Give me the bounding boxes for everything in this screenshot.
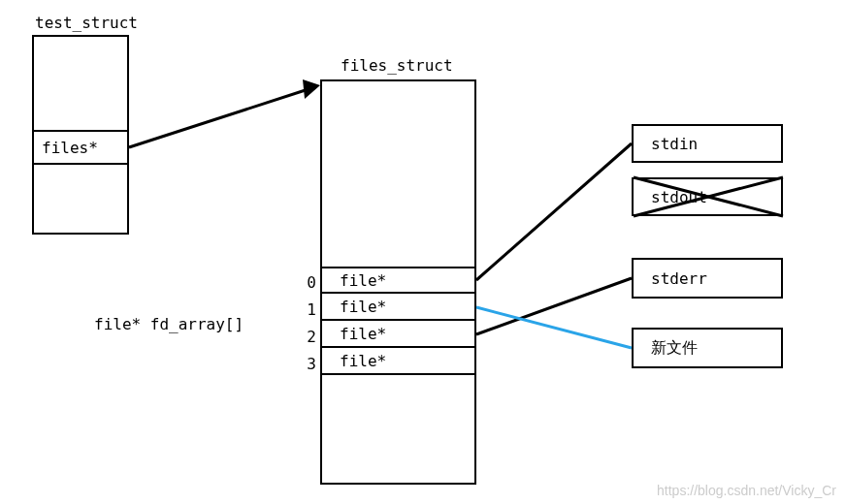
index-0: 0 [297,273,316,292]
svg-marker-1 [303,79,320,99]
fd-entry-0: file* [320,267,476,294]
file-box-stdout: stdout [632,177,783,216]
svg-line-0 [129,87,314,147]
fd-entry-1-label: file* [340,298,386,316]
svg-line-4 [476,307,632,348]
test-struct-title: test_struct [35,14,138,32]
stdout-label: stdout [651,188,707,206]
index-3: 3 [297,355,316,373]
svg-line-3 [476,278,632,334]
file-box-stdin: stdin [632,124,783,163]
stderr-label: stderr [651,269,707,288]
svg-line-2 [476,143,632,280]
test-struct-files-field: files* [32,130,129,165]
fd-array-label: file* fd_array[] [94,315,244,333]
index-2: 2 [297,328,316,346]
fd-entry-3-label: file* [340,352,386,370]
watermark: https://blog.csdn.net/Vicky_Cr [657,483,836,498]
stdin-label: stdin [651,135,698,153]
fd-entry-2-label: file* [340,325,386,343]
fd-entry-2: file* [320,321,476,348]
fd-entry-1: file* [320,294,476,321]
files-struct-title: files_struct [341,56,453,75]
fd-entry-3: file* [320,348,476,375]
index-1: 1 [297,300,316,319]
newfile-label: 新文件 [651,338,698,359]
files-field-label: files* [42,139,98,157]
fd-entry-0-label: file* [340,271,386,290]
file-box-stderr: stderr [632,258,783,299]
file-box-newfile: 新文件 [632,328,783,368]
